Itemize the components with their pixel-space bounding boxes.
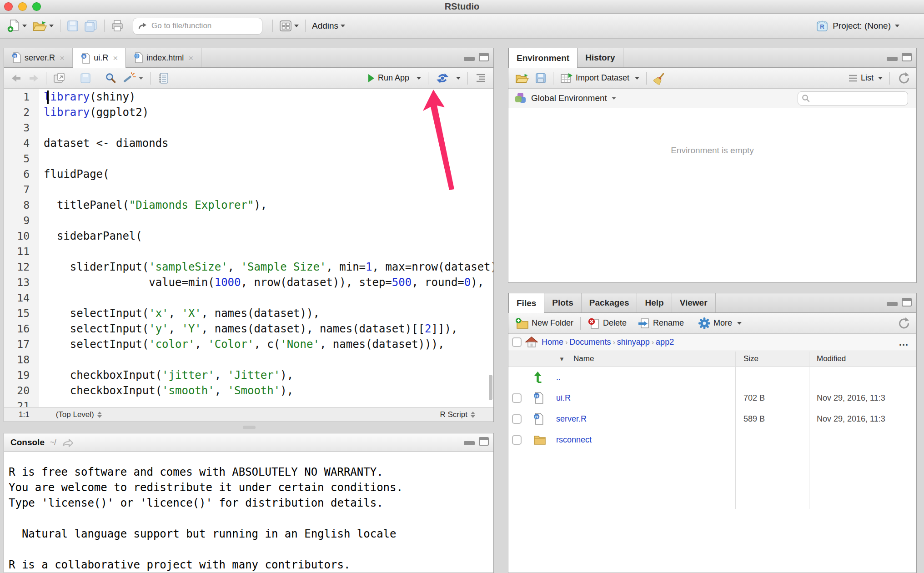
tab-files[interactable]: Files (508, 293, 544, 313)
new-file-button[interactable] (5, 17, 30, 35)
file-checkbox[interactable] (512, 435, 522, 445)
breadcrumb-item-documents[interactable]: Documents (569, 337, 611, 347)
tab-plots[interactable]: Plots (544, 293, 581, 312)
column-header-name[interactable]: Name (573, 351, 594, 367)
sort-icon[interactable]: ▼ (559, 351, 565, 367)
editor-scrollbar[interactable] (489, 375, 492, 400)
select-all-checkbox[interactable] (512, 337, 522, 347)
goto-file-function-box[interactable] (133, 18, 262, 35)
code-line[interactable]: 7 (4, 182, 493, 197)
maximize-pane-icon[interactable] (479, 437, 489, 446)
pane-splitter-handle[interactable] (243, 426, 256, 429)
save-all-button[interactable] (81, 17, 100, 35)
code-tools-button[interactable] (120, 72, 146, 84)
delete-file-button[interactable]: Delete (584, 317, 630, 329)
document-outline-button[interactable] (472, 73, 490, 83)
compile-notebook-button[interactable] (154, 72, 172, 84)
breadcrumb-item-app2[interactable]: app2 (656, 337, 674, 347)
clear-environment-button[interactable] (650, 72, 669, 85)
minimize-pane-icon[interactable] (887, 302, 898, 306)
environment-search-box[interactable] (798, 91, 908, 106)
save-source-button[interactable] (77, 73, 94, 84)
list-view-button[interactable]: List (845, 73, 886, 83)
console-output[interactable]: R is free software and comes with ABSOLU… (4, 452, 493, 573)
re-run-app-button[interactable] (432, 72, 464, 85)
run-app-button[interactable]: Run App (364, 73, 424, 83)
file-link[interactable]: rsconnect (556, 435, 592, 445)
chevron-down-icon[interactable] (417, 77, 421, 80)
forward-button[interactable] (25, 73, 42, 83)
more-file-commands-button[interactable]: More (695, 317, 745, 330)
tab-packages[interactable]: Packages (582, 293, 638, 312)
code-line[interactable]: 14 (4, 290, 493, 306)
code-line[interactable]: 10 sidebarPanel( (4, 228, 493, 244)
minimize-pane-icon[interactable] (464, 441, 475, 445)
goto-input[interactable] (151, 21, 242, 30)
back-button[interactable] (8, 73, 25, 83)
code-line[interactable]: 11 (4, 244, 493, 259)
file-checkbox[interactable] (512, 393, 522, 403)
import-dataset-button[interactable]: Import Dataset (557, 73, 643, 84)
minimize-pane-icon[interactable] (464, 57, 475, 61)
save-workspace-button[interactable] (532, 73, 549, 84)
code-line[interactable]: 15 selectInput('x', 'X', names(dataset))… (4, 306, 493, 321)
minimize-pane-icon[interactable] (887, 57, 898, 61)
scope-selector[interactable]: (Top Level) (56, 410, 102, 419)
code-line[interactable]: 2library(ggplot2) (4, 105, 493, 120)
more-path-button[interactable]: … (899, 337, 909, 348)
file-link[interactable]: .. (556, 372, 561, 382)
file-link[interactable]: ui.R (556, 393, 571, 403)
maximize-pane-icon[interactable] (902, 53, 912, 61)
code-line[interactable]: 18 (4, 352, 493, 367)
breadcrumb-item-shinyapp[interactable]: shinyapp (617, 337, 650, 347)
rename-file-button[interactable]: Rename (634, 317, 687, 329)
new-folder-button[interactable]: New Folder (512, 317, 577, 329)
find-replace-button[interactable] (102, 72, 120, 84)
code-line[interactable]: 4dataset <- diamonds (4, 136, 493, 151)
chevron-down-icon[interactable] (456, 77, 461, 80)
refresh-environment-button[interactable] (894, 72, 913, 85)
code-line[interactable]: 17 selectInput('color', 'Color', c('None… (4, 337, 493, 352)
close-icon[interactable]: × (60, 54, 65, 62)
console-working-dir[interactable]: ~/ (50, 438, 56, 447)
tab-ui-r[interactable]: R ui.R × (73, 48, 126, 68)
load-workspace-button[interactable] (512, 72, 532, 84)
popout-console-icon[interactable] (62, 438, 74, 447)
file-checkbox[interactable] (512, 414, 522, 424)
code-line[interactable]: 6fluidPage( (4, 166, 493, 182)
close-icon[interactable]: × (113, 54, 118, 62)
code-line[interactable]: 13 value=min(1000, nrow(dataset)), step=… (4, 275, 493, 290)
code-line[interactable]: 19 checkboxInput('jitter', 'Jitter'), (4, 367, 493, 383)
column-header-modified[interactable]: Modified (817, 351, 846, 367)
open-file-button[interactable] (30, 17, 56, 35)
environment-search-input[interactable] (813, 94, 890, 102)
code-line[interactable]: 16 selectInput('y', 'Y', names(dataset),… (4, 321, 493, 337)
chevron-down-icon[interactable] (612, 97, 616, 100)
file-type-selector[interactable]: R Script (440, 410, 475, 419)
breadcrumb-item-home[interactable]: Home (542, 337, 563, 347)
file-link[interactable]: server.R (556, 414, 587, 424)
code-line[interactable]: 20 checkboxInput('smooth', 'Smooth'), (4, 383, 493, 398)
refresh-files-button[interactable] (894, 317, 913, 330)
print-button[interactable] (108, 17, 126, 35)
code-line[interactable]: 5 (4, 151, 493, 166)
tab-history[interactable]: History (578, 48, 623, 67)
code-line[interactable]: 12 sliderInput('sampleSize', 'Sample Siz… (4, 259, 493, 275)
open-in-new-window-button[interactable] (50, 72, 69, 84)
code-line[interactable]: 3 (4, 120, 493, 136)
column-header-size[interactable]: Size (743, 351, 758, 367)
code-line[interactable]: 9 (4, 213, 493, 228)
close-icon[interactable]: × (188, 54, 193, 62)
addins-button[interactable]: Addins (309, 17, 348, 35)
maximize-pane-icon[interactable] (902, 298, 912, 307)
tab-help[interactable]: Help (637, 293, 672, 312)
workspace-panes-button[interactable] (276, 17, 301, 35)
tab-environment[interactable]: Environment (508, 48, 578, 68)
tab-server-r[interactable]: R server.R × (4, 48, 73, 67)
code-editor[interactable]: 1library(shiny)2library(ggplot2)34datase… (4, 89, 493, 408)
code-line[interactable]: 1library(shiny) (4, 89, 493, 105)
tab-viewer[interactable]: Viewer (672, 293, 716, 312)
save-button[interactable] (64, 17, 81, 35)
code-line[interactable]: 8 titlePanel("Diamonds Explorer"), (4, 197, 493, 213)
house-icon[interactable] (525, 336, 538, 349)
